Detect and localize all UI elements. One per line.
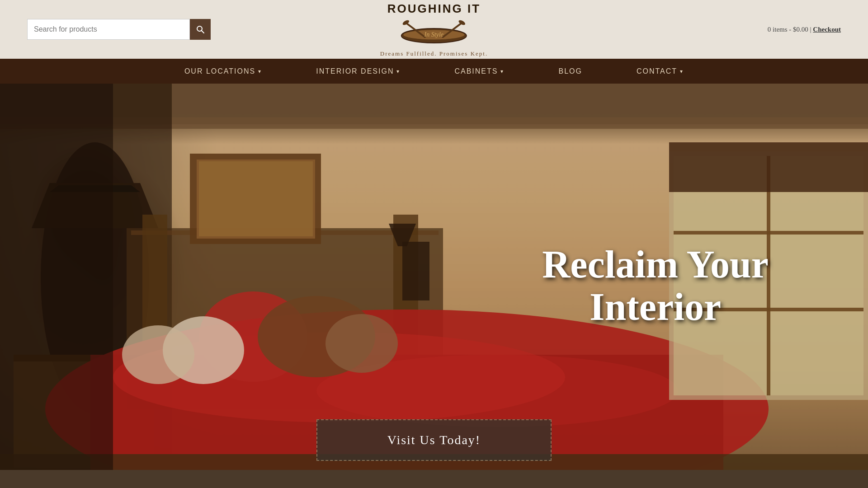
nav-item-cabinets[interactable]: CABINETS ▾ bbox=[427, 59, 531, 84]
nav-item-contact[interactable]: CONTACT ▾ bbox=[609, 59, 711, 84]
search-button[interactable] bbox=[190, 19, 211, 40]
visit-us-today-button[interactable]: Visit Us Today! bbox=[316, 419, 552, 461]
nav-arrow-cabinets: ▾ bbox=[500, 68, 504, 75]
nav-item-our-locations[interactable]: OUR LOCATIONS ▾ bbox=[157, 59, 289, 84]
hero-cta-container: Visit Us Today! bbox=[316, 419, 552, 461]
cart-area: 0 items - $0.00 | Checkout bbox=[768, 26, 841, 33]
main-nav: OUR LOCATIONS ▾ INTERIOR DESIGN ▾ CABINE… bbox=[0, 59, 868, 84]
svg-text:In Style: In Style bbox=[424, 31, 443, 38]
search-icon bbox=[196, 25, 205, 34]
hero-headline: Reclaim Your Interior bbox=[542, 243, 769, 328]
logo-canoe-svg: In Style bbox=[398, 17, 470, 48]
cart-text: 0 items - $0.00 | bbox=[768, 26, 813, 33]
nav-item-blog[interactable]: BLOG bbox=[531, 59, 609, 84]
site-header: ROUGHING IT In Style Dreams Fulfilled. P… bbox=[0, 0, 868, 59]
logo-title: ROUGHING IT bbox=[387, 2, 481, 16]
logo-graphic: ROUGHING IT In Style Dreams Fulfilled. P… bbox=[380, 2, 488, 57]
svg-line-1 bbox=[202, 31, 204, 33]
nav-arrow-interior-design: ▾ bbox=[396, 68, 400, 75]
search-input[interactable] bbox=[27, 19, 190, 40]
site-logo[interactable]: ROUGHING IT In Style Dreams Fulfilled. P… bbox=[380, 2, 488, 57]
nav-item-interior-design[interactable]: INTERIOR DESIGN ▾ bbox=[289, 59, 427, 84]
checkout-link[interactable]: Checkout bbox=[813, 26, 841, 33]
nav-arrow-our-locations: ▾ bbox=[258, 68, 262, 75]
hero-section: Reclaim Your Interior Visit Us Today! bbox=[0, 84, 868, 488]
hero-text-container: Reclaim Your Interior bbox=[542, 243, 769, 328]
search-area bbox=[27, 19, 217, 40]
nav-arrow-contact: ▾ bbox=[680, 68, 684, 75]
logo-tagline: Dreams Fulfilled. Promises Kept. bbox=[380, 50, 488, 57]
